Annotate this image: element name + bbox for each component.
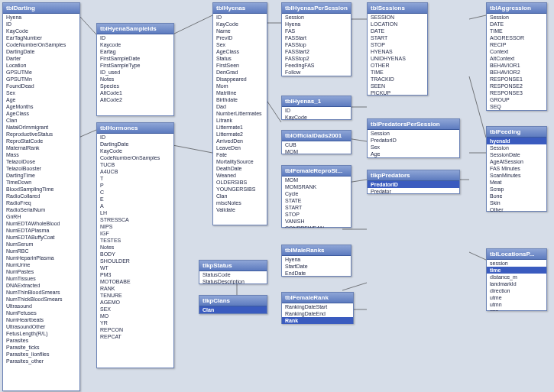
field-row[interactable]: RadioFreq	[3, 199, 79, 206]
table-header[interactable]: tblFemaleReproSt...	[282, 166, 351, 177]
field-row[interactable]: utme	[487, 294, 546, 301]
field-row[interactable]: FAS Minutes	[487, 165, 546, 172]
field-row[interactable]: PredatorID	[368, 137, 459, 144]
field-row[interactable]: direction	[487, 287, 546, 294]
field-row[interactable]: Session	[487, 14, 546, 21]
field-row[interactable]: MOMSRANK	[282, 183, 351, 190]
field-row[interactable]: SHOULDER	[97, 258, 173, 264]
table-tlkpStatus[interactable]: tlkpStatusStatusCodeStatusDescription	[199, 260, 267, 284]
field-row[interactable]: STATE	[282, 197, 351, 204]
field-row[interactable]: hyenaId	[487, 138, 546, 144]
field-row[interactable]: MaternalRank	[3, 144, 79, 151]
field-row[interactable]: Matriline	[213, 89, 267, 96]
field-row[interactable]: REPCON	[97, 326, 173, 333]
field-row[interactable]: GnRH	[3, 213, 79, 220]
field-row[interactable]: RankingDateEnd	[282, 310, 353, 317]
field-row[interactable]: E	[97, 196, 173, 202]
field-row[interactable]: Scrap	[487, 186, 546, 193]
field-row[interactable]: FetusLength(R/L)	[3, 330, 79, 337]
field-row[interactable]: Littermate1	[213, 124, 267, 131]
field-row[interactable]: SEQ	[487, 103, 546, 110]
field-row[interactable]: Mom	[213, 83, 267, 89]
field-row[interactable]: Session	[487, 144, 546, 151]
field-row[interactable]: FASStop	[282, 41, 351, 48]
field-row[interactable]: FASStart2	[282, 48, 351, 55]
field-row[interactable]: Session	[282, 14, 351, 21]
field-row[interactable]: MOTOBABE	[97, 278, 173, 285]
field-row[interactable]: NumEDTAWholeBlood	[3, 220, 79, 227]
field-row[interactable]: AgeMonths	[3, 103, 79, 110]
field-row[interactable]: CodeNumberOnSamples	[97, 154, 173, 161]
field-row[interactable]: CUB	[282, 141, 351, 148]
field-row[interactable]: Skin	[487, 199, 546, 206]
field-row[interactable]: Ultrasound	[3, 303, 79, 309]
table-header[interactable]: tblLocationsP...	[487, 249, 546, 260]
field-row[interactable]: NumUrine	[3, 261, 79, 268]
field-row[interactable]: ArrivedDen	[213, 138, 267, 144]
field-row[interactable]: MortalitySource	[213, 158, 267, 165]
field-row[interactable]: NumThickBloodSmears	[3, 296, 79, 303]
field-row[interactable]: NumRBC	[3, 248, 79, 254]
field-row[interactable]: StatusCode	[199, 271, 267, 278]
field-row[interactable]: FAS	[282, 28, 351, 34]
table-header[interactable]: tblHyenas	[213, 3, 267, 14]
field-row[interactable]: LH	[97, 209, 173, 216]
field-row[interactable]: DartingDate	[3, 48, 79, 55]
field-row[interactable]: StartDate	[282, 263, 351, 270]
table-tblAggression[interactable]: tblAggressionSessionDATETIMEAGGRESSORREC…	[486, 2, 547, 111]
field-row[interactable]: UltrasoundOther	[3, 323, 79, 330]
field-row[interactable]: REPCAT	[97, 333, 173, 340]
field-row[interactable]: PredatorID	[368, 181, 459, 188]
field-row[interactable]: PICKUP	[368, 89, 427, 96]
field-row[interactable]: BEHAVIOR1	[487, 62, 546, 69]
field-row[interactable]: Age	[368, 151, 459, 157]
field-row[interactable]: STRESSCA	[97, 216, 173, 223]
field-row[interactable]: AgeClass	[213, 48, 267, 55]
field-row[interactable]: Predator	[368, 188, 459, 194]
table-tblPredatorsPerSession[interactable]: tblPredatorsPerSessionSessionPredatorIDS…	[367, 118, 460, 158]
field-row[interactable]: Species	[97, 83, 173, 89]
field-row[interactable]: ReproductiveStatus	[3, 131, 79, 138]
field-row[interactable]: NumSerum	[3, 241, 79, 248]
field-row[interactable]: LeaveDen	[213, 144, 267, 151]
field-row[interactable]: START	[368, 34, 427, 41]
field-row[interactable]: OLDERSIBS	[213, 179, 267, 186]
field-row[interactable]: GPSUTMe	[3, 69, 79, 76]
field-row[interactable]: Sex	[3, 89, 79, 96]
table-tlkpClans[interactable]: tlkpClansClan	[199, 295, 267, 314]
field-row[interactable]: NIPS	[97, 223, 173, 230]
field-row[interactable]: Clan	[213, 193, 267, 199]
field-row[interactable]: Name	[213, 28, 267, 34]
field-row[interactable]: RankingDateStart	[282, 303, 353, 310]
field-row[interactable]: MO	[97, 313, 173, 319]
field-row[interactable]: Birthdate	[213, 96, 267, 103]
field-row[interactable]: DATE	[487, 21, 546, 28]
table-tblHyenas[interactable]: tblHyenasIDKayCodeNamePrevIDSexAgeClassS…	[212, 2, 267, 225]
field-row[interactable]: Parasites_lionflies	[3, 351, 79, 358]
field-row[interactable]: AGEMO	[97, 299, 173, 306]
field-row[interactable]: Litrank	[213, 117, 267, 124]
field-row[interactable]: AgeAtSession	[487, 158, 546, 165]
field-row[interactable]: TelazolDose	[3, 158, 79, 165]
field-row[interactable]: BloodSamplingTime	[3, 186, 79, 193]
table-tblHyenasPerSession[interactable]: tblHyenasPerSessionSessionHyenaFASFASSta…	[281, 2, 352, 76]
field-row[interactable]: NumberLittermates	[213, 110, 267, 117]
field-row[interactable]: VANISH	[282, 218, 351, 225]
table-tblHyenas_1[interactable]: tblHyenas_1IDKayCode	[281, 96, 352, 120]
field-row[interactable]: DeathDate	[213, 165, 267, 172]
field-row[interactable]: Sex	[368, 144, 459, 151]
field-row[interactable]: Session	[368, 130, 459, 137]
field-row[interactable]: RESPONSE1	[487, 76, 546, 83]
field-row[interactable]: Location	[3, 62, 79, 69]
field-row[interactable]: DNAExtracted	[3, 282, 79, 289]
field-row[interactable]: TimeDown	[3, 179, 79, 186]
table-header[interactable]: tblHyenas_1	[282, 96, 351, 107]
field-row[interactable]: Validate	[213, 206, 267, 213]
field-row[interactable]: NumHeparinPlasma	[3, 254, 79, 261]
field-row[interactable]: Littermate2	[213, 131, 267, 138]
field-row[interactable]: STOP	[368, 41, 427, 48]
field-row[interactable]: NumHeartbeats	[3, 316, 79, 323]
field-row[interactable]: session	[487, 260, 546, 267]
field-row[interactable]: ID	[213, 14, 267, 21]
field-row[interactable]: Hyena	[3, 14, 79, 21]
